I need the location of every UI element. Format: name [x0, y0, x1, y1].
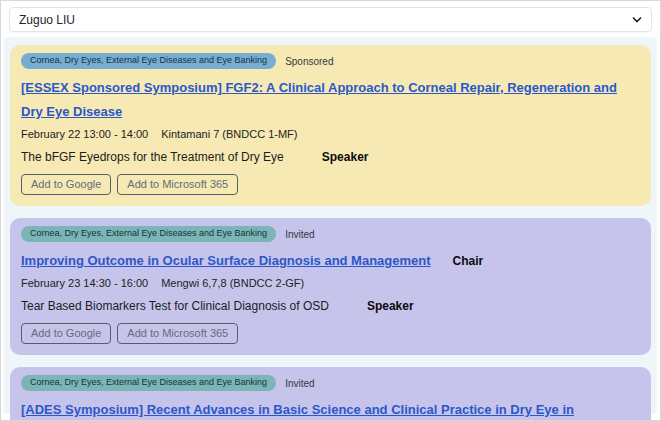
- track-badge: Cornea, Dry Eyes, External Eye Diseases …: [21, 375, 276, 391]
- title-row: Improving Outcome in Ocular Surface Diag…: [21, 248, 640, 272]
- add-to-microsoft-button[interactable]: Add to Microsoft 365: [117, 174, 238, 195]
- person-select-row: Zuguo LIU: [1, 1, 660, 37]
- chevron-down-icon: [632, 16, 642, 23]
- session-title-link[interactable]: Improving Outcome in Ocular Surface Diag…: [21, 253, 431, 268]
- badge-row: Cornea, Dry Eyes, External Eye Diseases …: [21, 53, 640, 69]
- title-row: [ESSEX Sponsored Symposium] FGF2: A Clin…: [21, 75, 640, 123]
- calendar-buttons-row: Add to Google Add to Microsoft 365: [21, 323, 640, 344]
- session-type-tag: Invited: [285, 378, 314, 389]
- badge-row: Cornea, Dry Eyes, External Eye Diseases …: [21, 226, 640, 242]
- talk-title: The bFGF Eyedrops for the Treatment of D…: [21, 150, 284, 164]
- session-type-tag: Sponsored: [285, 56, 333, 67]
- session-venue: Mengwi 6,7,8 (BNDCC 2-GF): [161, 277, 304, 289]
- talk-title: Tear Based Biomarkers Test for Clinical …: [21, 299, 329, 313]
- session-datetime: February 22 13:00 - 14:00: [21, 128, 148, 140]
- session-title-link[interactable]: [ESSEX Sponsored Symposium] FGF2: A Clin…: [21, 80, 617, 119]
- title-row: [ADES Symposium] Recent Advances in Basi…: [21, 397, 640, 421]
- track-badge: Cornea, Dry Eyes, External Eye Diseases …: [21, 53, 276, 69]
- sessions-panel: Cornea, Dry Eyes, External Eye Diseases …: [4, 37, 657, 414]
- role-label: Speaker: [322, 150, 369, 164]
- date-row: February 23 14:30 - 16:00Mengwi 6,7,8 (B…: [21, 277, 640, 289]
- talk-row: The bFGF Eyedrops for the Treatment of D…: [21, 150, 640, 164]
- person-select-value: Zuguo LIU: [19, 13, 75, 27]
- session-venue: Kintamani 7 (BNDCC 1-MF): [161, 128, 297, 140]
- session-title-link[interactable]: [ADES Symposium] Recent Advances in Basi…: [21, 402, 574, 421]
- role-label: Speaker: [367, 299, 414, 313]
- calendar-buttons-row: Add to Google Add to Microsoft 365: [21, 174, 640, 195]
- session-card: Cornea, Dry Eyes, External Eye Diseases …: [10, 367, 651, 421]
- page: Zuguo LIU Cornea, Dry Eyes, External Eye…: [0, 0, 661, 421]
- session-card: Cornea, Dry Eyes, External Eye Diseases …: [10, 218, 651, 355]
- add-to-microsoft-button[interactable]: Add to Microsoft 365: [117, 323, 238, 344]
- talk-row: Tear Based Biomarkers Test for Clinical …: [21, 299, 640, 313]
- add-to-google-button[interactable]: Add to Google: [21, 323, 111, 344]
- role-label: Chair: [453, 254, 484, 268]
- track-badge: Cornea, Dry Eyes, External Eye Diseases …: [21, 226, 276, 242]
- session-datetime: February 23 14:30 - 16:00: [21, 277, 148, 289]
- date-row: February 22 13:00 - 14:00Kintamani 7 (BN…: [21, 128, 640, 140]
- badge-row: Cornea, Dry Eyes, External Eye Diseases …: [21, 375, 640, 391]
- session-type-tag: Invited: [285, 229, 314, 240]
- person-select[interactable]: Zuguo LIU: [9, 7, 652, 32]
- add-to-google-button[interactable]: Add to Google: [21, 174, 111, 195]
- session-card: Cornea, Dry Eyes, External Eye Diseases …: [10, 45, 651, 206]
